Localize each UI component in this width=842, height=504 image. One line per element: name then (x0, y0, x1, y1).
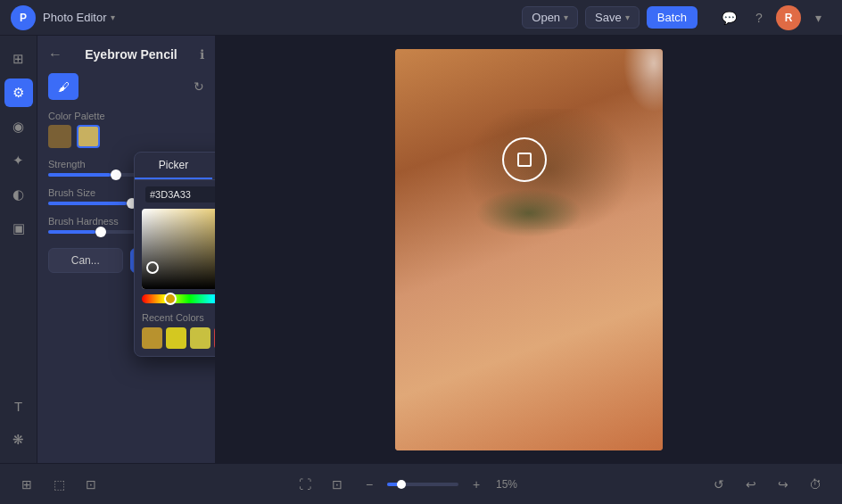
main-area: ⊞ ⚙ ◉ ✦ ◐ ▣ T ❋ ← Eyebrow Pencil ℹ 🖌 ↻ C… (0, 36, 842, 463)
tool-panel-header: ← Eyebrow Pencil ℹ (48, 46, 204, 62)
bottom-center: ⛶ ⊡ − + 15% (293, 472, 517, 497)
more-button[interactable]: ▾ (805, 4, 831, 31)
title-chevron-icon: ▾ (111, 12, 115, 22)
gradient-canvas[interactable] (142, 209, 216, 289)
bottom-right: ↺ ↩ ↪ ⏱ (706, 472, 828, 497)
open-button[interactable]: Open ▾ (522, 6, 578, 29)
redo-icon[interactable]: ↪ (771, 472, 796, 497)
comment-button[interactable]: 💬 (715, 4, 742, 31)
select-bottom-icon[interactable]: ⬚ (46, 472, 71, 497)
sidebar-item-mask[interactable]: ◐ (4, 180, 33, 209)
hex-row: 🖊 ⊞ + (135, 180, 216, 209)
color-palette-section: Color Palette (48, 111, 204, 148)
grid-bottom-icon[interactable]: ⊡ (78, 472, 103, 497)
topbar-icons: 💬 ? R ▾ (715, 4, 831, 31)
help-button[interactable]: ? (746, 4, 772, 31)
refresh-button[interactable]: ↻ (194, 79, 204, 94)
crop-icon[interactable]: ⊡ (325, 472, 350, 497)
selection-square (517, 153, 532, 167)
refresh-bottom-icon[interactable]: ↺ (706, 472, 731, 497)
recent-swatch-3[interactable] (190, 327, 210, 349)
color-swatch-1[interactable] (48, 125, 71, 148)
left-sidebar: ⊞ ⚙ ◉ ✦ ◐ ▣ T ❋ (0, 36, 37, 463)
recent-swatch-1[interactable] (142, 327, 162, 349)
zoom-controls: − + (357, 472, 489, 497)
sidebar-item-layers[interactable]: ⊞ (4, 45, 33, 73)
picker-tab[interactable]: Picker (135, 153, 212, 179)
gradient-cursor[interactable] (146, 261, 159, 274)
hex-input[interactable] (145, 186, 216, 202)
canvas-image (395, 49, 663, 450)
undo-icon[interactable]: ↩ (739, 472, 764, 497)
hue-slider[interactable] (142, 294, 216, 303)
history-icon[interactable]: ⏱ (803, 472, 828, 497)
color-swatch-2[interactable] (77, 125, 100, 148)
sidebar-item-adjustments[interactable]: ⚙ (4, 78, 33, 107)
recent-colors-label: Recent Colors (142, 312, 216, 323)
sidebar-item-brush[interactable]: ✦ (4, 146, 33, 175)
brush-tool-icon[interactable]: 🖌 (48, 73, 78, 100)
app-title[interactable]: Photo Editor ▾ (43, 11, 115, 24)
back-button[interactable]: ← (48, 46, 62, 62)
tool-icons-row: 🖌 ↻ (48, 73, 204, 100)
picker-tabs: Picker Library (135, 153, 216, 180)
layers-bottom-icon[interactable]: ⊞ (14, 472, 39, 497)
canvas-area[interactable] (216, 36, 842, 463)
cancel-button[interactable]: Can... (48, 248, 123, 273)
selection-circle[interactable] (502, 137, 547, 182)
app-logo: P (11, 5, 36, 30)
zoom-out-button[interactable]: − (357, 472, 382, 497)
color-picker-popup: Picker Library 🖊 ⊞ + Recent Colors (134, 152, 216, 357)
recent-swatch-2[interactable] (166, 327, 186, 349)
bottom-toolbar: ⊞ ⬚ ⊡ ⛶ ⊡ − + 15% ↺ ↩ ↪ ⏱ (0, 463, 842, 504)
batch-button[interactable]: Batch (647, 6, 698, 29)
sidebar-item-eye[interactable]: ◉ (4, 112, 33, 141)
sidebar-item-text[interactable]: T (4, 392, 33, 420)
tool-panel-title: Eyebrow Pencil (85, 47, 177, 62)
sidebar-item-frames[interactable]: ▣ (4, 214, 33, 243)
color-palette-label: Color Palette (48, 111, 204, 121)
zoom-in-button[interactable]: + (464, 472, 489, 497)
info-button[interactable]: ℹ (200, 47, 204, 62)
zoom-level: 15% (496, 478, 517, 491)
save-button[interactable]: Save ▾ (585, 6, 640, 29)
open-chevron-icon: ▾ (564, 12, 568, 22)
recent-colors-section: Recent Colors (135, 309, 216, 356)
tool-panel: ← Eyebrow Pencil ℹ 🖌 ↻ Color Palette Str… (37, 36, 216, 463)
avatar[interactable]: R (776, 5, 801, 30)
color-swatches (48, 125, 204, 148)
fullscreen-icon[interactable]: ⛶ (293, 472, 318, 497)
hue-thumb[interactable] (164, 293, 177, 305)
recent-swatches (142, 327, 216, 349)
zoom-slider[interactable] (387, 483, 458, 486)
topbar: P Photo Editor ▾ Open ▾ Save ▾ Batch 💬 ?… (0, 0, 842, 36)
save-chevron-icon: ▾ (625, 12, 630, 22)
zoom-thumb[interactable] (397, 480, 406, 489)
bottom-left: ⊞ ⬚ ⊡ (14, 472, 103, 497)
sidebar-item-clone[interactable]: ❋ (4, 426, 33, 454)
